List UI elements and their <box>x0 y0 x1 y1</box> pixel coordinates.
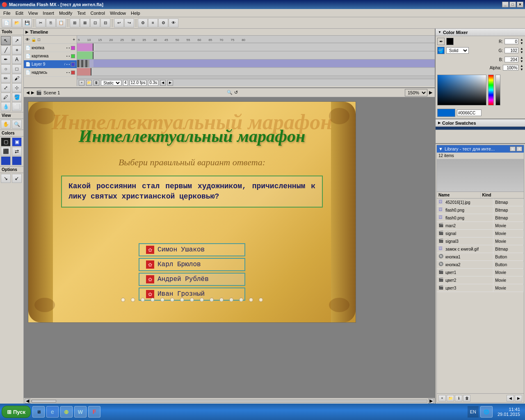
color-spectrum-bar[interactable] <box>488 75 494 105</box>
taskbar-word-btn[interactable]: W <box>74 406 87 418</box>
tool-arrow[interactable]: ↖ <box>1 36 11 45</box>
menu-view[interactable]: View <box>26 10 41 16</box>
menu-insert[interactable]: Insert <box>40 10 57 16</box>
tool-oval[interactable]: ○ <box>1 64 11 73</box>
color-brightness-slider[interactable] <box>495 75 500 105</box>
stage-scroll-right-btn[interactable]: ▶ <box>429 90 432 95</box>
eye-icon[interactable]: 👁 <box>25 37 30 42</box>
scroll-thumb[interactable] <box>32 400 56 402</box>
toolbar-snap1[interactable]: ⊞ <box>70 18 80 27</box>
option1-btn[interactable]: ↘ <box>1 174 11 183</box>
library-row-4[interactable]: 🎬 signal Movie <box>437 230 524 237</box>
layer-knopka[interactable]: 📄 кнопка • • <box>24 44 77 52</box>
lib-arrow-left-btn[interactable]: ◀ <box>507 395 514 402</box>
library-row-0[interactable]: 🖼 452016[1].jpg Bitmap <box>437 199 524 206</box>
tool-zoom[interactable]: 🔍 <box>12 120 22 129</box>
menu-edit[interactable]: Edit <box>13 10 26 16</box>
maximize-button[interactable]: □ <box>509 2 516 7</box>
fill-type-select[interactable]: Solid Linear Radial <box>446 47 469 54</box>
start-button[interactable]: ⊞ Пуск <box>2 406 31 418</box>
stroke-color-swatch[interactable] <box>446 38 454 45</box>
toolbar-cut[interactable]: ✂ <box>36 18 46 27</box>
tool-rect[interactable]: □ <box>12 64 22 73</box>
taskbar-flash-btn[interactable]: F <box>88 406 100 418</box>
alpha-arrows[interactable]: ▲▼ <box>520 64 523 71</box>
color-mixer-header[interactable]: ▼ Color Mixer <box>436 29 525 36</box>
zoom-select[interactable]: 150% 100% 50% 200% <box>405 89 427 96</box>
tool-text[interactable]: A <box>12 55 22 64</box>
tool-ink-bottle[interactable]: 🖊 <box>1 93 11 102</box>
lock-icon[interactable]: 🔒 <box>31 37 36 42</box>
toolbar-align[interactable]: ≡ <box>148 18 158 27</box>
current-color-swatch[interactable] <box>437 109 455 117</box>
scene-label[interactable]: Scene 1 <box>43 90 60 95</box>
toolbar-snap2[interactable]: ⊠ <box>80 18 90 27</box>
fill-swatch-btn[interactable]: 🪣 <box>437 47 445 54</box>
tool-hand[interactable]: ✋ <box>1 120 11 129</box>
lib-properties-btn[interactable]: ℹ <box>455 395 462 402</box>
menu-file[interactable]: File <box>1 10 13 16</box>
taskbar-ie-btn[interactable]: e <box>46 406 59 418</box>
toolbar-undo[interactable]: ↩ <box>114 18 124 27</box>
option2-btn[interactable]: ↙ <box>12 174 22 183</box>
toolbar-new[interactable]: 📄 <box>2 18 11 27</box>
toolbar-snap3[interactable]: ⊡ <box>90 18 100 27</box>
tool-pencil[interactable]: ✏ <box>1 74 11 83</box>
tool-free-xform[interactable]: ⤢ <box>1 83 11 92</box>
forward-arrow-icon[interactable]: ▶ <box>31 90 34 95</box>
color2-btn[interactable] <box>12 156 22 165</box>
scroll-track[interactable] <box>31 399 427 403</box>
library-row-1[interactable]: 🖼 flash0.png Bitmap <box>437 206 524 214</box>
scroll-right-btn[interactable]: ▶ <box>428 399 434 404</box>
stroke-color-btn[interactable]: ▢ <box>1 137 11 146</box>
library-options-btn[interactable]: ≡ <box>510 146 516 151</box>
scroll-left-btn[interactable]: ◀ <box>25 399 30 404</box>
menu-modify[interactable]: Modify <box>57 10 75 16</box>
taskbar-chrome-btn[interactable]: ⊕ <box>60 406 73 418</box>
toolbar-settings[interactable]: ⚙ <box>158 18 168 27</box>
lib-arrow-right-btn[interactable]: ▶ <box>515 395 522 402</box>
menu-help[interactable]: Help <box>128 10 143 16</box>
library-row-11[interactable]: 🎬 цвет3 Movie <box>437 284 524 292</box>
tl-del-layer-btn[interactable]: 🗑 <box>94 80 99 86</box>
lib-name-col-header[interactable]: Name <box>437 192 481 198</box>
toolbar-open[interactable]: 📂 <box>12 18 22 27</box>
g-input[interactable]: 102 <box>504 48 518 53</box>
taskbar-show-desktop[interactable]: 🖥 <box>32 406 45 418</box>
b-input[interactable]: 204 <box>504 57 518 62</box>
stage-scrollbar[interactable]: ◀ ▶ <box>24 398 435 404</box>
library-row-6[interactable]: 🖼 замок с книгой.gif Bitmap <box>437 245 524 253</box>
menu-text[interactable]: Text <box>75 10 88 16</box>
black-white-btn[interactable]: ⬛ <box>1 147 11 156</box>
tool-subselect[interactable]: ↗ <box>12 36 22 45</box>
frame-icon[interactable]: □ <box>38 37 40 42</box>
tool-brush[interactable]: 🖌 <box>12 74 22 83</box>
library-row-2[interactable]: 🖼 flash0.png Bitmap <box>437 214 524 222</box>
tool-eyedropper[interactable]: 💧 <box>1 102 11 111</box>
fill-color-btn[interactable]: ▣ <box>12 137 22 146</box>
menu-control[interactable]: Control <box>88 10 107 16</box>
library-row-7[interactable]: 🔘 кнопка1 Button <box>437 253 524 261</box>
library-row-8[interactable]: 🔘 кнопка2 Button <box>437 261 524 269</box>
toolbar-redo[interactable]: ↪ <box>124 18 134 27</box>
add-layer-icon[interactable]: + <box>73 37 75 42</box>
minimize-button[interactable]: _ <box>502 2 509 7</box>
stage-container[interactable]: Интеллектуальный марафон Интеллектуальны… <box>24 97 435 398</box>
color-gradient-picker[interactable] <box>437 75 486 105</box>
toolbar-save[interactable]: 💾 <box>22 18 32 27</box>
library-close-btn[interactable]: ✕ <box>516 146 522 151</box>
r-arrows[interactable]: ▲▼ <box>520 38 523 45</box>
tool-pen[interactable]: ✒ <box>1 55 11 64</box>
tl-add-layer-btn[interactable]: + <box>79 80 84 86</box>
toolbar-view2[interactable]: 👁 <box>169 18 178 27</box>
close-button[interactable]: ✕ <box>517 2 523 7</box>
library-row-5[interactable]: 🎬 signal3 Movie <box>437 237 524 245</box>
lib-kind-col-header[interactable]: Kind <box>481 192 524 198</box>
tl-mode-select[interactable]: Static <box>101 80 121 86</box>
tl-left-btn[interactable]: ◀ <box>160 80 166 86</box>
library-row-10[interactable]: 🎬 цвет2 Movie <box>437 276 524 284</box>
menu-window[interactable]: Window <box>107 10 128 16</box>
library-row-9[interactable]: 🎬 цвет1 Movie <box>437 269 524 276</box>
lib-new-symbol-btn[interactable]: + <box>438 395 446 402</box>
alpha-input[interactable] <box>503 65 518 71</box>
